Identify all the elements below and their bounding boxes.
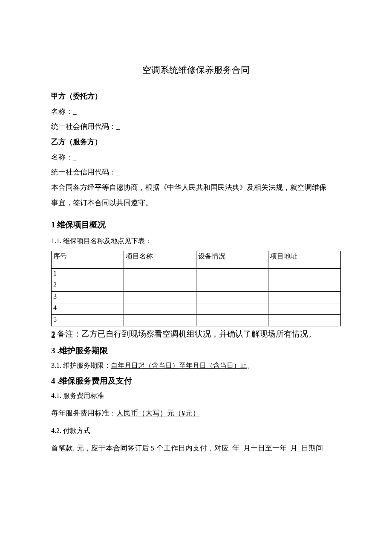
cell-seq: 2 [52, 280, 124, 291]
cell-empty [124, 268, 196, 280]
table-row: 4 [52, 303, 341, 314]
th-seq: 序号 [52, 251, 124, 268]
cell-seq: 4 [52, 303, 124, 314]
cell-empty [196, 303, 268, 314]
section-1-heading: 1 维保项目概况 [51, 219, 341, 230]
document-page: 空调系统维修保养服务合同 甲方（委托方） 名称：_ 统一社会信用代码：_ 乙方（… [0, 0, 392, 504]
cell-empty [268, 314, 341, 326]
party-a-name: 名称：_ [51, 104, 341, 119]
cell-empty [268, 280, 341, 291]
preamble-line-1: 本合同各方经平等自愿协商，根据《中华人民共和国民法典》及相关法规，就空调维保 [51, 180, 341, 195]
table-header-row: 序号 项目名称 设备情况 项目地址 [52, 251, 341, 268]
cell-empty [196, 314, 268, 326]
cell-seq: 3 [52, 291, 124, 303]
cell-empty [196, 268, 268, 280]
document-title: 空调系统维修保养服务合同 [51, 64, 341, 76]
section-4-heading: 4 .维保服务费用及支付 [51, 375, 341, 386]
project-table: 序号 项目名称 设备情况 项目地址 1 2 3 4 [51, 251, 341, 326]
table-row: 3 [52, 291, 341, 303]
table-row: 5 [52, 314, 341, 326]
section-3-1-suffix: 。 [247, 362, 254, 369]
cell-empty [268, 268, 341, 280]
cell-empty [124, 291, 196, 303]
cell-empty [124, 280, 196, 291]
table-row: 1 [52, 268, 341, 280]
section-2-full: 2 备注：乙方已自行到现场察看空调机组状况，并确认了解现场所有情况。 [51, 328, 341, 340]
cell-empty [124, 303, 196, 314]
party-b-name: 名称：_ [51, 150, 341, 165]
section-3-1-underlined: 自年月日起（含当日）至年月日（含当日）止 [111, 362, 247, 369]
section-1-1: 1.1. 维保项目名称及地点见下表： [51, 237, 341, 246]
table-row: 2 [52, 280, 341, 291]
cell-empty [124, 314, 196, 326]
th-name: 项目名称 [124, 251, 196, 268]
party-a-code: 统一社会信用代码：_ [51, 119, 341, 134]
section-3-1-prefix: 3.1. 维护服务期限： [51, 362, 111, 369]
section-4-1: 4.1. 服务费用标准 [51, 392, 341, 401]
first-payment: 首笔款. 元，应于本合同签订后 5 个工作日内支付，对应_年_月一日至一年_月_… [51, 442, 341, 455]
cell-empty [196, 291, 268, 303]
cell-empty [196, 280, 268, 291]
th-equip: 设备情况 [196, 251, 268, 268]
fee-standard: 每年服务费用标准：人民币（大写）元（¥元） [51, 407, 341, 420]
section-3-heading: 3 .维护服务期限 [51, 345, 341, 356]
th-addr: 项目地址 [268, 251, 341, 268]
fee-underlined: 人民币（大写）元（¥元） [116, 409, 200, 417]
cell-seq: 5 [52, 314, 124, 326]
party-b-code: 统一社会信用代码：_ [51, 165, 341, 180]
fee-prefix: 每年服务费用标准： [51, 409, 116, 417]
party-a-heading: 甲方（委托方） [51, 89, 341, 104]
party-b-heading: 乙方（服务方） [51, 134, 341, 150]
cell-seq: 1 [52, 268, 124, 280]
preamble-line-2: 事宜，签订本合同以共同遵守。 [51, 195, 341, 211]
cell-empty [268, 303, 341, 314]
cell-empty [268, 291, 341, 303]
section-4-2: 4.2. 付款方式 [51, 427, 341, 436]
section-3-1: 3.1. 维护服务期限：自年月日起（含当日）至年月日（含当日）止。 [51, 361, 341, 370]
